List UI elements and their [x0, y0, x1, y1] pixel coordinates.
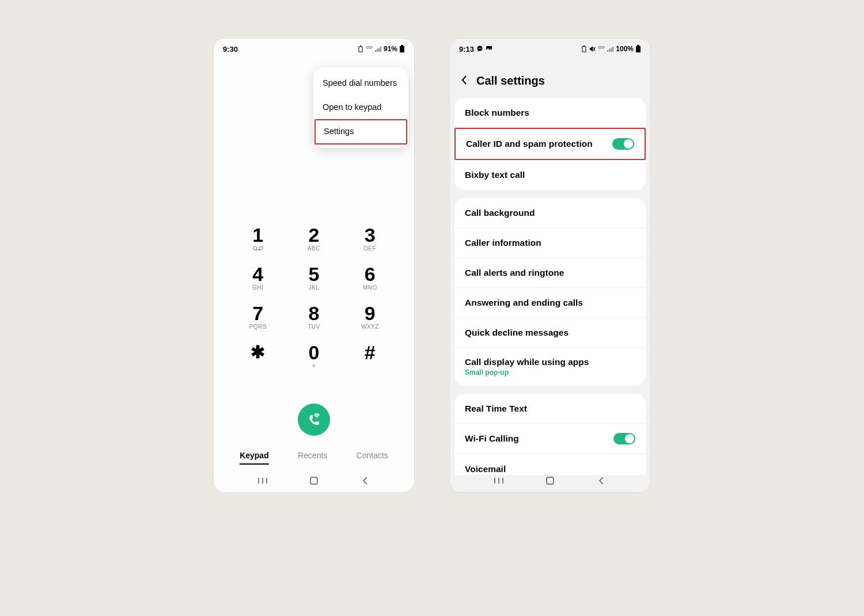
nav-recents-icon[interactable] — [257, 475, 268, 486]
key-4[interactable]: 4GHI — [230, 264, 286, 291]
battery-icon — [635, 45, 641, 53]
svg-rect-0 — [359, 47, 362, 52]
setting-caller-information[interactable]: Caller information — [454, 228, 646, 258]
battery-percent: 100% — [616, 45, 634, 53]
svg-point-9 — [259, 246, 263, 250]
phone-dialer-screen: 9:30 91% Speed dial numbers Open to keyp… — [213, 38, 415, 493]
tab-recents[interactable]: Recents — [298, 447, 327, 465]
settings-section-2: Call background Caller information Call … — [454, 198, 646, 386]
call-button[interactable] — [298, 404, 330, 436]
phone-wifi-icon — [306, 412, 322, 428]
status-icons: 100% — [581, 45, 641, 53]
setting-caller-id-spam[interactable]: Caller ID and spam protection — [454, 128, 646, 160]
setting-call-display-apps[interactable]: Call display while using apps Small pop-… — [454, 348, 646, 386]
chevron-left-icon — [460, 75, 468, 85]
status-bar: 9:13 100% — [450, 41, 650, 57]
toggle-wifi-calling[interactable] — [613, 433, 635, 444]
signal-icon — [375, 46, 382, 52]
settings-header: Call settings — [450, 57, 650, 98]
svg-rect-6 — [400, 46, 404, 52]
key-9[interactable]: 9WXYZ — [342, 303, 398, 330]
key-1[interactable]: 1 — [230, 225, 286, 252]
dialer-keypad: 1 2ABC 3DEF 4GHI 5JKL 6MNO 7PQRS 8TUV 9W… — [214, 225, 414, 369]
settings-section-3: Real Time Text Wi-Fi Calling Voicemail — [454, 394, 646, 484]
image-icon — [486, 45, 492, 52]
setting-call-alerts-ringtone[interactable]: Call alerts and ringtone — [454, 258, 646, 288]
voicemail-icon — [253, 245, 263, 252]
tab-keypad[interactable]: Keypad — [240, 447, 269, 465]
nav-back-icon[interactable] — [359, 475, 371, 486]
svg-rect-33 — [547, 477, 554, 484]
wifi-icon — [365, 46, 373, 52]
setting-wifi-calling[interactable]: Wi-Fi Calling — [454, 424, 646, 454]
svg-rect-2 — [375, 50, 376, 52]
key-7[interactable]: 7PQRS — [230, 303, 286, 330]
svg-point-18 — [480, 48, 482, 49]
nav-back-icon[interactable] — [596, 475, 607, 486]
menu-settings[interactable]: Settings — [314, 119, 407, 145]
svg-point-8 — [253, 246, 257, 250]
status-time: 9:30 — [223, 45, 238, 54]
battery-icon — [399, 45, 405, 53]
status-icons: 91% — [358, 45, 405, 53]
system-navbar — [214, 475, 414, 486]
svg-rect-28 — [636, 46, 641, 52]
menu-speed-dial[interactable]: Speed dial numbers — [313, 71, 408, 95]
key-5[interactable]: 5JKL — [286, 264, 342, 291]
setting-subtext: Small pop-up — [465, 368, 589, 377]
svg-rect-20 — [582, 47, 586, 52]
setting-answering-ending[interactable]: Answering and ending calls — [454, 288, 646, 318]
key-star[interactable]: ✱ — [230, 343, 286, 369]
svg-rect-29 — [637, 45, 639, 46]
phone-settings-screen: 9:13 100% Call settings Block numbers Ca… — [449, 38, 651, 493]
key-8[interactable]: 8TUV — [286, 303, 342, 330]
setting-block-numbers[interactable]: Block numbers — [454, 98, 646, 128]
system-navbar — [450, 475, 650, 486]
wifi-icon — [597, 46, 605, 52]
signal-icon — [607, 46, 614, 52]
svg-rect-24 — [607, 50, 608, 52]
mute-icon — [589, 45, 596, 52]
setting-real-time-text[interactable]: Real Time Text — [454, 394, 646, 424]
svg-point-16 — [478, 48, 479, 49]
svg-rect-1 — [360, 45, 361, 47]
svg-rect-21 — [583, 45, 585, 47]
back-button[interactable] — [460, 75, 468, 88]
battery-percent: 91% — [384, 45, 397, 53]
setting-call-background[interactable]: Call background — [454, 198, 646, 228]
status-bar: 9:30 91% — [214, 41, 414, 57]
settings-section-1: Block numbers Caller ID and spam protect… — [454, 98, 646, 190]
nav-recents-icon[interactable] — [493, 475, 505, 486]
svg-rect-27 — [612, 47, 613, 52]
setting-quick-decline[interactable]: Quick decline messages — [454, 318, 646, 348]
svg-rect-4 — [378, 48, 380, 52]
message-icon — [476, 45, 483, 52]
settings-list[interactable]: Block numbers Caller ID and spam protect… — [450, 98, 650, 493]
overflow-menu: Speed dial numbers Open to keypad Settin… — [313, 67, 408, 148]
nav-home-icon[interactable] — [544, 475, 556, 486]
toggle-caller-id[interactable] — [612, 138, 634, 150]
svg-rect-14 — [310, 477, 317, 484]
bottom-tabs: Keypad Recents Contacts — [214, 447, 414, 465]
page-title: Call settings — [476, 74, 545, 88]
svg-rect-5 — [380, 47, 381, 52]
svg-rect-7 — [401, 45, 403, 46]
setting-bixby-text-call[interactable]: Bixby text call — [454, 160, 646, 190]
battery-saver-icon — [581, 45, 587, 52]
key-6[interactable]: 6MNO — [342, 264, 398, 291]
key-3[interactable]: 3DEF — [342, 225, 398, 252]
svg-rect-3 — [377, 49, 378, 52]
key-hash[interactable]: # — [342, 343, 398, 369]
key-2[interactable]: 2ABC — [286, 225, 342, 252]
tab-contacts[interactable]: Contacts — [357, 447, 388, 465]
status-time: 9:13 — [459, 45, 474, 54]
svg-rect-25 — [609, 49, 610, 52]
svg-point-17 — [479, 48, 480, 49]
svg-rect-26 — [611, 48, 612, 52]
menu-open-keypad[interactable]: Open to keypad — [313, 95, 408, 119]
battery-saver-icon — [358, 45, 363, 52]
nav-home-icon[interactable] — [308, 475, 320, 486]
key-0[interactable]: 0+ — [286, 343, 342, 369]
